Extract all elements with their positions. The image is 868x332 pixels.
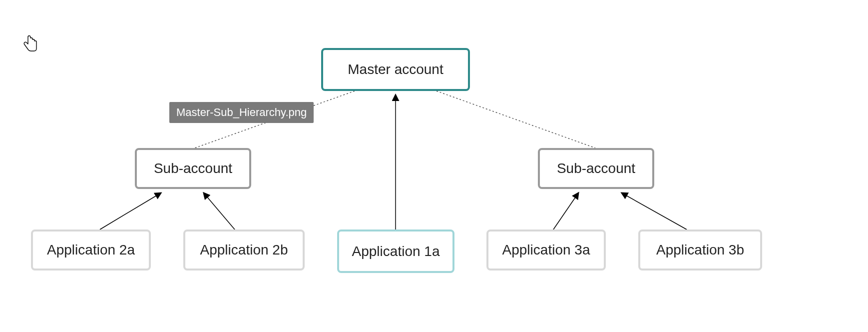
node-sub-account-left: Sub-account [135, 148, 251, 189]
node-application-3b: Application 3b [638, 230, 762, 270]
edge-master-to-subright [436, 91, 595, 148]
tooltip-text: Master-Sub_Hierarchy.png [176, 106, 307, 118]
node-sub-left-label: Sub-account [154, 160, 232, 176]
edge-app2b-to-subleft [204, 193, 235, 230]
edge-app3b-to-subright [622, 193, 687, 230]
edge-app2a-to-subleft [100, 193, 161, 230]
filename-tooltip: Master-Sub_Hierarchy.png [169, 102, 314, 123]
edge-app3a-to-subright [553, 193, 578, 230]
node-master-label: Master account [348, 62, 443, 78]
node-application-1a: Application 1a [337, 230, 454, 273]
hierarchy-diagram: Master account Sub-account Sub-account A… [0, 0, 868, 332]
node-app-3a-label: Application 3a [502, 242, 590, 258]
node-app-1a-label: Application 1a [352, 244, 440, 260]
node-application-3a: Application 3a [486, 230, 606, 270]
node-sub-right-label: Sub-account [557, 160, 635, 176]
node-app-2b-label: Application 2b [200, 242, 288, 258]
hand-cursor-icon [23, 35, 38, 53]
node-app-2a-label: Application 2a [47, 242, 135, 258]
node-app-3b-label: Application 3b [656, 242, 744, 258]
node-master-account: Master account [321, 48, 470, 91]
node-application-2b: Application 2b [183, 230, 305, 270]
node-sub-account-right: Sub-account [538, 148, 654, 189]
node-application-2a: Application 2a [31, 230, 151, 270]
